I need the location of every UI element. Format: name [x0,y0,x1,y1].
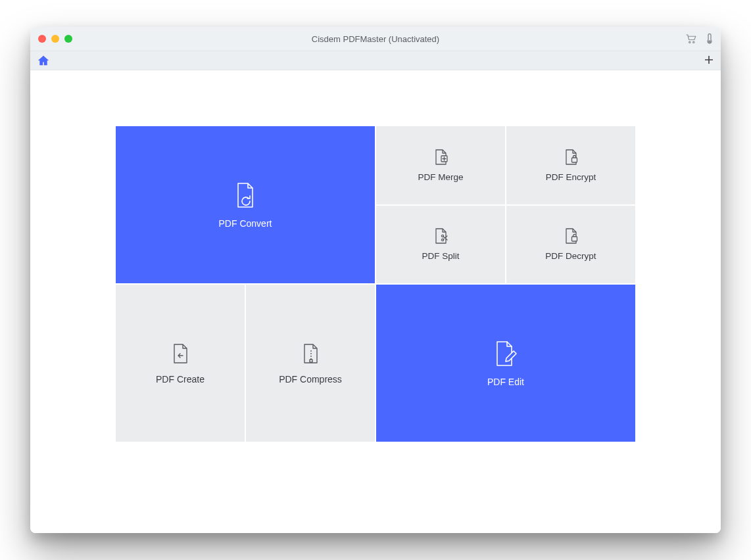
tile-pdf-merge[interactable]: PDF Merge [376,126,505,204]
minimize-window-button[interactable] [51,35,59,43]
tile-pdf-edit[interactable]: PDF Edit [376,285,635,442]
add-tab-button[interactable] [704,54,714,67]
titlebar: Cisdem PDFMaster (Unactivated) [30,27,721,51]
tile-label: PDF Create [156,374,205,385]
tile-grid: PDF Convert PDF Merge [116,126,635,442]
svg-rect-8 [310,360,312,362]
tile-label: PDF Edit [487,377,524,387]
tile-label: PDF Convert [219,218,272,229]
svg-point-0 [689,41,690,43]
file-lock-icon [564,149,578,166]
tile-pdf-split[interactable]: PDF Split [376,206,505,284]
tile-label: PDF Merge [418,172,463,182]
home-icon[interactable] [37,55,50,66]
tile-label: PDF Encrypt [546,172,596,182]
window-controls [38,35,72,43]
tile-pdf-convert[interactable]: PDF Convert [116,126,375,283]
file-unlock-icon [564,227,578,245]
app-window: Cisdem PDFMaster (Unactivated) [30,27,721,533]
svg-rect-7 [572,237,577,241]
file-create-icon [171,342,189,365]
tile-pdf-encrypt[interactable]: PDF Encrypt [506,126,635,204]
tile-pdf-compress[interactable]: PDF Compress [246,285,375,442]
window-title: Cisdem PDFMaster (Unactivated) [30,34,721,44]
close-window-button[interactable] [38,35,46,43]
file-convert-icon [234,181,256,209]
file-split-icon [433,227,448,245]
tile-label: PDF Decrypt [545,251,596,261]
file-merge-icon [433,149,448,166]
cart-icon[interactable] [685,34,697,44]
tile-label: PDF Compress [279,374,342,385]
zoom-window-button[interactable] [64,35,72,43]
file-compress-icon [301,342,320,365]
svg-point-2 [708,41,710,43]
titlebar-right [685,33,713,45]
tile-pdf-decrypt[interactable]: PDF Decrypt [506,206,635,284]
tile-pdf-create[interactable]: PDF Create [116,285,245,442]
tile-label: PDF Split [422,251,459,261]
content-area: PDF Convert PDF Merge [30,70,721,533]
file-edit-icon [493,340,518,367]
svg-rect-4 [572,158,577,162]
thermometer-icon[interactable] [706,33,713,45]
svg-point-1 [693,41,694,43]
toolbar [30,51,721,70]
